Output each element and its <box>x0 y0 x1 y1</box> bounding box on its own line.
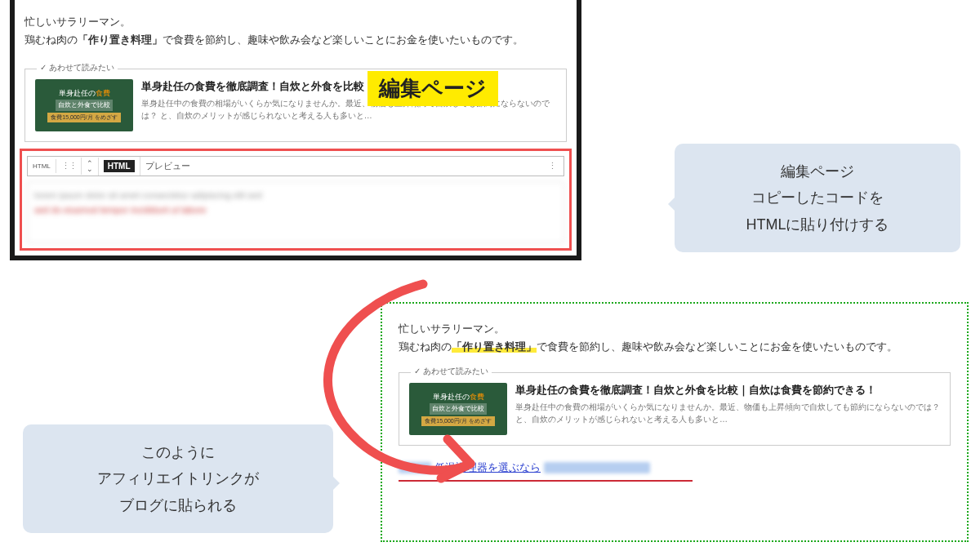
toolbar-preview-tab[interactable]: プレビュー <box>140 157 195 176</box>
text-fragment: 鶏むね肉の <box>24 33 78 46</box>
related-description: 単身赴任中の食費の相場がいくらか気になりませんか。最近、物価も上昇傾向で自炊して… <box>515 401 940 425</box>
related-label-text: あわせて読みたい <box>49 63 114 72</box>
text-bold-fragment: 「作り置き料理」 <box>78 33 163 46</box>
affiliate-link[interactable]: 低温調理器を選ぶなら <box>434 460 541 475</box>
related-thumbnail: 単身赴任の食費 自炊と外食で比較 食費15,000円/月 をめざす <box>409 383 507 435</box>
text-fragment: で食費を節約し、趣味や飲み会など楽しいことにお金を使いたいものです。 <box>163 33 523 46</box>
thumb-row2: 自炊と外食で比較 <box>56 100 113 111</box>
thumb-text: 単身赴任の <box>59 89 96 97</box>
bubble-line: アフィリエイトリンクが <box>41 465 315 491</box>
editor-line2: 鶏むね肉の「作り置き料理」で食費を節約し、趣味や飲み会など楽しいことにお金を使い… <box>24 31 567 49</box>
thumb-row3: 食費15,000円/月 をめざす <box>47 113 120 123</box>
toolbar-block-type[interactable]: HTML <box>28 159 56 173</box>
text-bold-fragment: 「作り置き料理」 <box>452 340 537 353</box>
preview-label: プレビュー <box>145 160 190 172</box>
drag-icon: ⋮⋮ <box>61 161 76 171</box>
check-icon: ✓ <box>414 367 421 375</box>
thumb-text-orange: 食費 <box>96 89 110 97</box>
thumb-text-orange: 食費 <box>470 393 484 401</box>
check-icon: ✓ <box>40 63 47 72</box>
bubble-line: このように <box>41 439 315 465</box>
bubble-line: ブログに貼られる <box>41 492 315 518</box>
bubble-line: HTMLに貼り付けする <box>693 211 942 238</box>
toolbar-more-menu[interactable]: ⋮ <box>541 158 564 175</box>
editor-panel: 忙しいサラリーマン。 鶏むね肉の「作り置き料理」で食費を節約し、趣味や飲み会など… <box>10 0 581 260</box>
move-arrows-icon: ⌃⌄ <box>87 161 93 172</box>
toolbar-html-tab[interactable]: HTML <box>99 157 140 176</box>
speech-bubble-left: このように アフィリエイトリンクが ブログに貼られる <box>23 424 333 533</box>
code-line: lorem ipsum dolor sit amet consectetur a… <box>34 189 557 203</box>
html-badge: HTML <box>104 160 135 172</box>
related-article-card[interactable]: ✓あわせて読みたい 単身赴任の食費 自炊と外食で比較 食費15,000円/月 を… <box>399 372 951 446</box>
kebab-icon: ⋮ <box>548 161 557 171</box>
thumb-row1: 単身赴任の食費 <box>433 392 484 403</box>
blurred-text <box>399 462 431 473</box>
blurred-text <box>544 462 650 473</box>
related-title: 単身赴任の食費を徹底調査！自炊と外食を比較｜自炊は食費を節約できる！ <box>515 383 940 398</box>
thumb-row3: 食費15,000円/月 をめざす <box>421 416 494 427</box>
affiliate-link-row: 低温調理器を選ぶなら <box>399 460 693 482</box>
related-label: ✓あわせて読みたい <box>37 62 118 73</box>
thumb-row1: 単身赴任の食費 <box>59 88 110 100</box>
html-small-label: HTML <box>33 162 51 170</box>
thumb-text: 単身赴任の <box>433 393 470 401</box>
thumb-row2: 自炊と外食で比較 <box>430 403 487 415</box>
speech-bubble-right: 編集ページ コピーしたコードを HTMLに貼り付けする <box>675 144 960 252</box>
bubble-line: 編集ページ <box>693 158 942 184</box>
text-fragment: 鶏むね肉の <box>399 340 452 353</box>
label-edit-page: 編集ページ <box>368 71 498 106</box>
published-panel: 忙しいサラリーマン。 鶏むね肉の「作り置き料理」で食費を節約し、趣味や飲み会など… <box>381 302 969 542</box>
bubble-line: コピーしたコードを <box>693 184 942 211</box>
related-label: ✓あわせて読みたい <box>411 366 492 377</box>
editor-line1: 忙しいサラリーマン。 <box>24 13 567 31</box>
text-fragment: で食費を節約し、趣味や飲み会など楽しいことにお金を使いたいものです。 <box>537 340 898 353</box>
html-code-block: HTML ⋮⋮ ⌃⌄ HTML プレビュー ⋮ lorem ipsum dolo… <box>20 149 572 251</box>
related-label-text: あわせて読みたい <box>423 367 488 375</box>
code-content-blurred[interactable]: lorem ipsum dolor sit amet consectetur a… <box>27 181 564 243</box>
code-line: sed do eiusmod tempor incididunt ut labo… <box>34 203 557 218</box>
toolbar-move[interactable]: ⌃⌄ <box>82 158 99 176</box>
publish-line2: 鶏むね肉の「作り置き料理」で食費を節約し、趣味や飲み会など楽しいことにお金を使い… <box>399 338 951 356</box>
related-body: 単身赴任の食費を徹底調査！自炊と外食を比較｜自炊は食費を節約できる！ 単身赴任中… <box>515 383 940 435</box>
publish-line1: 忙しいサラリーマン。 <box>399 320 951 338</box>
toolbar-drag-handle[interactable]: ⋮⋮ <box>56 158 82 175</box>
related-thumbnail: 単身赴任の食費 自炊と外食で比較 食費15,000円/月 をめざす <box>35 79 133 131</box>
block-toolbar: HTML ⋮⋮ ⌃⌄ HTML プレビュー ⋮ <box>27 156 564 176</box>
